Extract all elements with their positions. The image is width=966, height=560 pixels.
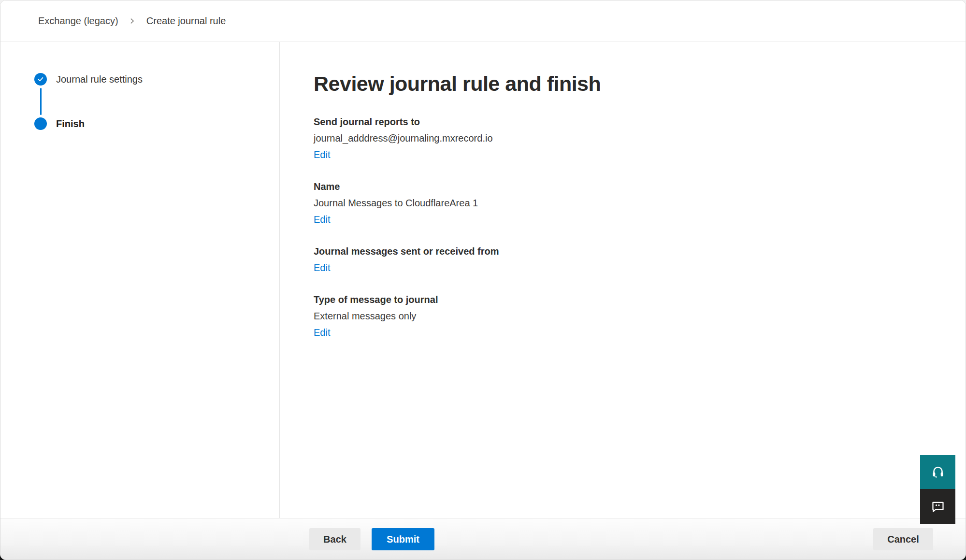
review-pane: Review journal rule and finish Send jour… <box>280 42 966 518</box>
step-label-journal-rule-settings: Journal rule settings <box>56 74 143 85</box>
chevron-right-icon <box>129 18 135 24</box>
section-send-journal-reports-to: Send journal reports to journal_adddress… <box>314 114 946 163</box>
breadcrumb-exchange-legacy-link[interactable]: Exchange (legacy) <box>38 15 118 26</box>
section-label: Send journal reports to <box>314 114 946 130</box>
edit-send-journal-reports-link[interactable]: Edit <box>314 146 330 163</box>
filled-dot-icon <box>34 117 47 130</box>
step-finish[interactable]: Finish <box>34 117 279 130</box>
back-button[interactable]: Back <box>309 528 360 550</box>
step-label-finish: Finish <box>56 118 85 129</box>
page-title: Review journal rule and finish <box>314 70 946 97</box>
footer-action-bar: Back Submit Cancel <box>0 518 966 560</box>
help-button[interactable] <box>920 455 955 489</box>
step-journal-rule-settings[interactable]: Journal rule settings <box>34 73 279 86</box>
edit-sent-or-received-link[interactable]: Edit <box>314 259 330 276</box>
section-label: Journal messages sent or received from <box>314 243 946 259</box>
submit-button[interactable]: Submit <box>372 528 434 550</box>
edit-name-link[interactable]: Edit <box>314 211 330 228</box>
feedback-button[interactable] <box>920 489 955 524</box>
journal-report-address-value: journal_adddress@journaling.mxrecord.io <box>314 130 946 146</box>
breadcrumb-bar: Exchange (legacy) Create journal rule <box>0 0 966 42</box>
message-type-value: External messages only <box>314 308 946 324</box>
headset-icon <box>930 464 946 480</box>
breadcrumb: Exchange (legacy) Create journal rule <box>38 15 226 27</box>
cancel-button[interactable]: Cancel <box>873 528 933 550</box>
edit-message-type-link[interactable]: Edit <box>314 324 330 341</box>
step-connector-line <box>40 88 42 115</box>
section-journal-messages-sent-or-received: Journal messages sent or received from E… <box>314 243 946 276</box>
check-circle-icon <box>34 73 47 86</box>
section-type-of-message: Type of message to journal External mess… <box>314 291 946 341</box>
rule-name-value: Journal Messages to CloudflareArea 1 <box>314 195 946 211</box>
feedback-bubble-icon <box>929 498 947 515</box>
floating-button-stack <box>920 455 955 524</box>
breadcrumb-current-page: Create journal rule <box>146 15 226 26</box>
wizard-steps-sidebar: Journal rule settings Finish <box>0 42 280 518</box>
content-area: Journal rule settings Finish Review jour… <box>0 42 966 518</box>
section-label: Name <box>314 178 946 195</box>
create-journal-rule-wizard-window: Exchange (legacy) Create journal rule Jo… <box>0 0 966 560</box>
section-name: Name Journal Messages to CloudflareArea … <box>314 178 946 228</box>
section-label: Type of message to journal <box>314 291 946 308</box>
